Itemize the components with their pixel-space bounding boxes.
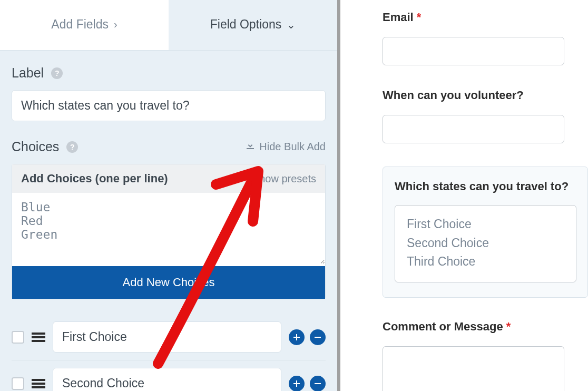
preview-email-field: Email * <box>383 11 588 65</box>
download-icon <box>246 141 255 153</box>
required-asterisk: * <box>506 320 511 333</box>
choice-row <box>12 314 326 360</box>
form-preview-panel: Email * When can you volunteer? Which st… <box>340 0 588 391</box>
bulk-add-heading: Add Choices (one per line) <box>21 172 168 185</box>
svg-rect-7 <box>32 383 45 385</box>
choice-option: Second Choice <box>407 234 564 253</box>
svg-rect-8 <box>32 386 45 388</box>
choice-option: Third Choice <box>407 252 564 271</box>
svg-rect-11 <box>315 383 321 384</box>
field-label: When can you volunteer? <box>383 89 524 102</box>
add-new-choices-button[interactable]: Add New Choices <box>12 266 325 299</box>
preview-states-field-selected[interactable]: Which states can you travel to? First Ch… <box>383 167 588 298</box>
svg-rect-2 <box>32 340 45 342</box>
bulk-add-box: Add Choices (one per line) Show presets … <box>12 164 326 299</box>
choice-row <box>12 360 326 391</box>
bulk-toggle-label: Hide Bulk Add <box>259 141 326 153</box>
email-input[interactable] <box>383 37 564 65</box>
drag-handle-icon[interactable] <box>32 331 45 343</box>
label-input[interactable] <box>12 90 326 121</box>
required-asterisk: * <box>417 11 422 24</box>
tab-field-options[interactable]: Field Options ⌄ <box>169 0 337 50</box>
choice-default-checkbox[interactable] <box>12 331 24 344</box>
svg-rect-10 <box>293 383 300 384</box>
comment-input[interactable] <box>383 346 564 391</box>
preview-volunteer-field: When can you volunteer? <box>383 89 588 143</box>
chevron-down-icon: ⌄ <box>287 18 296 31</box>
tab-label: Add Fields <box>51 17 109 32</box>
choice-text-input[interactable] <box>53 321 281 353</box>
help-icon[interactable]: ? <box>66 141 78 153</box>
remove-choice-button[interactable] <box>310 329 326 345</box>
svg-rect-1 <box>32 336 45 338</box>
field-label: Which states can you travel to? <box>395 180 576 193</box>
svg-rect-4 <box>293 337 300 338</box>
svg-rect-6 <box>32 379 45 381</box>
add-choice-button[interactable] <box>289 329 305 345</box>
choice-list-box: First Choice Second Choice Third Choice <box>395 205 576 282</box>
field-label: Email * <box>383 11 421 24</box>
help-icon[interactable]: ? <box>51 67 63 79</box>
label-section-title: Label <box>12 65 44 81</box>
field-label: Comment or Message * <box>383 320 511 333</box>
drag-handle-icon[interactable] <box>32 378 45 389</box>
hide-bulk-add-link[interactable]: Hide Bulk Add <box>246 141 326 153</box>
svg-rect-5 <box>315 337 321 338</box>
remove-choice-button[interactable] <box>310 376 326 392</box>
add-choice-button[interactable] <box>289 376 305 392</box>
volunteer-input[interactable] <box>383 115 564 143</box>
choice-default-checkbox[interactable] <box>12 377 24 390</box>
field-options-panel: Add Fields › Field Options ⌄ Label ? Cho… <box>0 0 340 391</box>
bulk-choices-textarea[interactable]: Blue Red Green <box>12 193 325 264</box>
choices-section-title: Choices <box>12 139 59 154</box>
preview-comment-field: Comment or Message * <box>383 320 588 391</box>
show-presets-link[interactable]: Show presets <box>252 173 316 185</box>
tab-label: Field Options <box>210 17 282 32</box>
choice-text-input[interactable] <box>53 368 281 391</box>
svg-rect-0 <box>32 333 45 335</box>
panel-tabs: Add Fields › Field Options ⌄ <box>0 0 337 51</box>
tab-add-fields[interactable]: Add Fields › <box>0 0 169 50</box>
choice-option: First Choice <box>407 215 564 234</box>
chevron-right-icon: › <box>114 18 117 31</box>
